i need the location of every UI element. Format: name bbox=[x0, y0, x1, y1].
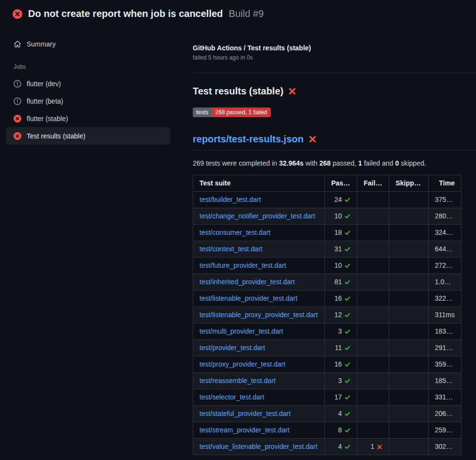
suite-cell: test/inherited_provider_test.dart bbox=[193, 274, 325, 291]
passed-cell: 10 bbox=[325, 208, 357, 225]
suite-link[interactable]: test/stateful_provider_test.dart bbox=[200, 410, 291, 417]
time-cell: 183ms bbox=[429, 323, 461, 340]
time-cell: 331ms bbox=[429, 389, 461, 406]
results-table-head: Test suite Passed Failed Skipped Time bbox=[193, 175, 461, 192]
run-meta: failed 5 hours ago in 0s bbox=[193, 54, 476, 61]
suite-cell: test/change_notifier_provider_test.dart bbox=[193, 208, 325, 225]
time-cell: 259ms bbox=[429, 422, 461, 439]
passed-cell: 17 bbox=[325, 389, 357, 406]
job-label: flutter (beta) bbox=[27, 97, 63, 105]
suite-cell: test/provider_test.dart bbox=[193, 340, 325, 356]
time-cell: 1.065s bbox=[429, 274, 461, 291]
suite-link[interactable]: test/inherited_provider_test.dart bbox=[200, 278, 295, 286]
run-title: Do not create report when job is cancell… bbox=[28, 8, 223, 19]
suite-link[interactable]: test/proxy_provider_test.dart bbox=[200, 360, 285, 368]
check-icon bbox=[344, 411, 351, 417]
failed-cell bbox=[357, 192, 389, 208]
suite-link[interactable]: test/context_test.dart bbox=[200, 245, 262, 253]
column-header-time: Time bbox=[429, 175, 461, 192]
skipped-cell bbox=[389, 389, 429, 406]
failed-cell bbox=[357, 373, 389, 389]
summary-failed-count: 1 bbox=[358, 159, 362, 167]
time-cell: 272ms bbox=[429, 258, 461, 274]
report-link[interactable]: reports/test-results.json bbox=[193, 134, 304, 145]
table-row: test/multi_provider_test.dart3183ms bbox=[193, 323, 461, 340]
suite-link[interactable]: test/selector_test.dart bbox=[200, 393, 264, 401]
report-heading: reports/test-results.json bbox=[193, 134, 476, 151]
job-label: Test results (stable) bbox=[27, 132, 85, 140]
sidebar: Summary Jobs flutter (dev) flutter (beta… bbox=[0, 26, 176, 145]
check-icon bbox=[344, 262, 351, 269]
suite-link[interactable]: test/reassemble_test.dart bbox=[200, 377, 276, 384]
skipped-cell bbox=[389, 323, 429, 340]
suite-cell: test/value_listenable_provider_test.dart bbox=[193, 439, 325, 455]
summary-skipped-count: 0 bbox=[395, 159, 399, 167]
table-header-row: Test suite Passed Failed Skipped Time bbox=[193, 175, 461, 192]
failed-x-icon bbox=[288, 87, 296, 95]
table-row: test/inherited_provider_test.dart811.065… bbox=[193, 274, 461, 291]
skipped-cell bbox=[389, 291, 429, 307]
skipped-cell bbox=[389, 241, 429, 258]
skipped-cell bbox=[389, 307, 429, 323]
failed-cell bbox=[357, 340, 389, 356]
suite-link[interactable]: test/change_notifier_provider_test.dart bbox=[200, 212, 315, 220]
sidebar-item-flutter-stable[interactable]: flutter (stable) bbox=[6, 110, 170, 127]
neutral-status-icon bbox=[14, 97, 21, 105]
table-row: test/stream_provider_test.dart8259ms bbox=[193, 422, 461, 439]
suite-link[interactable]: test/stream_provider_test.dart bbox=[200, 426, 290, 434]
passed-cell: 8 bbox=[325, 422, 357, 439]
table-row: test/listenable_provider_test.dart16322m… bbox=[193, 291, 461, 307]
time-cell: 375ms bbox=[429, 192, 461, 208]
column-header-passed: Passed bbox=[325, 175, 357, 192]
table-row: test/reassemble_test.dart3185ms bbox=[193, 373, 461, 389]
failed-cell bbox=[357, 307, 389, 323]
check-icon bbox=[344, 361, 351, 368]
time-cell: 322ms bbox=[429, 291, 461, 307]
suite-link[interactable]: test/listenable_proxy_provider_test.dart bbox=[200, 311, 318, 319]
x-circle-icon bbox=[13, 9, 22, 19]
failed-cell bbox=[357, 241, 389, 258]
passed-cell: 16 bbox=[325, 291, 357, 307]
suite-link[interactable]: test/value_listenable_provider_test.dart bbox=[200, 443, 318, 450]
check-icon bbox=[344, 394, 351, 400]
skipped-cell bbox=[389, 192, 429, 208]
skipped-cell bbox=[389, 208, 429, 225]
table-row: test/stateful_provider_test.dart4206ms bbox=[193, 406, 461, 422]
table-row: test/selector_test.dart17331ms bbox=[193, 389, 461, 406]
failed-cell bbox=[357, 323, 389, 340]
time-cell: 302ms bbox=[429, 439, 461, 455]
suite-link[interactable]: test/multi_provider_test.dart bbox=[200, 327, 283, 335]
jobs-section-label: Jobs bbox=[6, 53, 170, 75]
suite-link[interactable]: test/consumer_test.dart bbox=[200, 229, 270, 236]
suite-link[interactable]: test/future_provider_test.dart bbox=[200, 261, 286, 269]
suite-link[interactable]: test/listenable_provider_test.dart bbox=[200, 294, 297, 302]
summary-text: 269 tests were completed in bbox=[193, 159, 279, 167]
sidebar-item-summary[interactable]: Summary bbox=[6, 35, 170, 53]
sidebar-item-test-results-stable[interactable]: Test results (stable) bbox=[6, 127, 170, 145]
check-icon bbox=[344, 328, 351, 335]
time-cell: 644ms bbox=[429, 241, 461, 258]
table-row: test/value_listenable_provider_test.dart… bbox=[193, 439, 461, 455]
check-title-text: Test results (stable) bbox=[193, 86, 283, 97]
table-row: test/builder_test.dart24375ms bbox=[193, 192, 461, 208]
passed-cell: 3 bbox=[325, 323, 357, 340]
passed-cell: 10 bbox=[325, 258, 357, 274]
time-cell: 280ms bbox=[429, 208, 461, 225]
failed-cell bbox=[357, 291, 389, 307]
table-row: test/consumer_test.dart18324ms bbox=[193, 225, 461, 241]
skipped-cell bbox=[389, 340, 429, 356]
sidebar-item-flutter-dev[interactable]: flutter (dev) bbox=[6, 75, 170, 92]
check-icon bbox=[344, 345, 351, 351]
results-table-body: test/builder_test.dart24375mstest/change… bbox=[193, 192, 461, 455]
summary-line: 269 tests were completed in 32.964s with… bbox=[193, 159, 476, 167]
suite-cell: test/multi_provider_test.dart bbox=[193, 323, 325, 340]
column-header-failed: Failed bbox=[357, 175, 389, 192]
check-icon bbox=[344, 246, 351, 252]
tests-badge: tests268 passed, 1 failed bbox=[193, 107, 271, 117]
summary-passed-count: 268 bbox=[320, 159, 331, 167]
suite-link[interactable]: test/provider_test.dart bbox=[200, 344, 265, 352]
sidebar-item-flutter-beta[interactable]: flutter (beta) bbox=[6, 92, 170, 110]
suite-cell: test/reassemble_test.dart bbox=[193, 373, 325, 389]
suite-link[interactable]: test/builder_test.dart bbox=[200, 196, 261, 203]
summary-duration: 32.964s bbox=[279, 159, 304, 167]
